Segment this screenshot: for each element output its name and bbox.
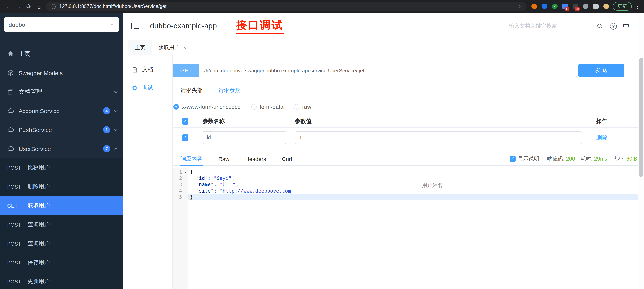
code-line: } [190,194,638,200]
operation-label: 查询用户 [28,240,50,247]
ext-shield-icon[interactable] [541,3,547,9]
ext-gray-icon[interactable] [582,3,588,9]
request-url-input[interactable] [200,64,577,77]
sidebar-item-label: 主页 [18,50,118,58]
nav-item-label: 文档 [142,66,153,73]
close-icon[interactable]: × [183,45,186,50]
help-icon[interactable]: ? [610,23,617,30]
models-icon [7,69,14,76]
sidebar-item-docs-manage[interactable]: 文档管理 [0,82,123,101]
docs-icon [7,88,14,95]
sidebar-item-label: UserService [18,145,103,152]
radio-label: raw [302,103,311,110]
ext-green-check-icon[interactable]: ✓ [552,3,558,9]
tab-req-headers[interactable]: 请求头部 [172,83,210,98]
radio-urlencoded[interactable]: x-www-form-urlencoded [173,103,241,110]
radio-circle[interactable] [251,104,256,109]
profile-avatar[interactable] [603,3,609,9]
chevron-up-icon [113,146,118,151]
page-scrollbar[interactable] [638,13,644,289]
count-badge: 4 [103,107,110,114]
nav-item-doc[interactable]: 文档 [123,61,172,79]
home-icon[interactable]: ⌂ [34,1,44,12]
body-type-radios: x-www-form-urlencodedform-dataraw [172,103,638,110]
scrollbar-thumb[interactable] [639,58,643,177]
radio-label: x-www-form-urlencoded [182,103,241,110]
ext-off-icon[interactable]: off [572,3,578,9]
select-all-checkbox[interactable]: ✓ [182,118,188,124]
param-name-input[interactable] [202,131,286,144]
sidebar-item-swagger-models[interactable]: Swagger Models [0,63,123,82]
http-method-label: POST [7,222,28,227]
address-bar[interactable]: i 127.0.0.1:8077/doc.html#/dubbo/UserSer… [46,2,526,11]
param-row: ✓删除 [172,128,638,147]
sidebar-item-user-service[interactable]: UserService7 [0,139,123,158]
code-area[interactable]: { "id": "Sayi", "name": "卅一", "site": "h… [188,168,638,289]
operation-save-user[interactable]: POST保存用户 [0,253,123,272]
sidebar: dubbo 主页Swagger Models文档管理AccountService… [0,13,123,289]
content-row: 文档调试 GET 发 送 请求头部请求参数 x-www-form-urlenco… [123,55,638,289]
browser-menu-icon[interactable]: ⋮ [635,3,640,9]
menu-fold-icon[interactable] [131,22,140,30]
response-tab-body[interactable]: 响应内容 [172,152,210,165]
nav-item-debug[interactable]: 调试 [123,79,172,97]
text-cursor [193,194,193,200]
sidebar-item-label: AccountService [18,107,103,114]
response-editor[interactable]: 1▾2345 { "id": "Sayi", "name": "卅一", "si… [172,168,638,289]
tab-label: 主页 [135,44,145,51]
ext-blue-badge-icon[interactable]: 11 [562,3,568,9]
radio-circle[interactable] [294,104,299,109]
tab-get-user[interactable]: 获取用户× [152,40,193,55]
radio-form-data[interactable]: form-data [251,103,283,110]
operation-query-user-1[interactable]: POST查询用户 [0,215,123,234]
send-button[interactable]: 发 送 [578,64,624,77]
sidebar-item-home[interactable]: 主页 [0,44,123,63]
ext-orange-icon[interactable] [531,3,537,9]
operation-label: 更新用户 [28,278,50,285]
search-icon[interactable] [596,22,604,30]
operation-query-user-2[interactable]: POST查询用户 [0,234,123,253]
site-info-icon[interactable]: i [50,4,56,9]
extensions-puzzle-icon[interactable] [593,3,598,9]
service-icon [7,126,14,133]
doc-search[interactable] [509,20,590,32]
fold-caret-icon[interactable]: ▾ [184,169,187,176]
param-value-input[interactable] [295,131,582,144]
row-checkbox[interactable]: ✓ [182,134,188,141]
method-button[interactable]: GET [172,64,200,77]
tab-home[interactable]: 主页 [128,40,152,55]
api-group-select[interactable]: dubbo [4,18,119,32]
show-desc-checkbox[interactable]: ✓ [510,156,516,162]
response-tab-curl[interactable]: Curl [274,152,300,165]
radio-raw[interactable]: raw [294,103,311,110]
debug-icon [132,85,138,91]
back-icon[interactable]: ← [3,1,14,12]
request-line: GET 发 送 [172,64,624,77]
sidebar-item-push-service[interactable]: PushService1 [0,120,123,139]
operation-update-user[interactable]: POST更新用户 [0,272,123,289]
params-table-header: ✓ 参数名称 参数值 操作 [172,115,638,128]
extension-icons: ✓ 11 off [531,3,609,9]
bookmark-star-icon[interactable]: ☆ [517,3,522,10]
url-text[interactable]: 127.0.0.1:8077/doc.html#/dubbo/UserServi… [59,4,166,9]
search-input[interactable] [509,23,590,29]
code-line: "id": "Sayi", [190,175,638,181]
count-badge: 7 [103,145,110,152]
response-tab-raw[interactable]: Raw [210,152,237,165]
reload-icon[interactable]: ⟳ [24,1,34,12]
sidebar-item-account-service[interactable]: AccountService4 [0,101,123,120]
language-icon[interactable]: 中 [623,22,630,30]
radio-circle[interactable] [173,104,179,109]
forward-icon[interactable]: → [14,1,24,12]
response-meta: ✓ 显示说明 响应码: 200耗时: 29ms大小: 60 B [510,155,637,162]
annotation-text: 接口调试 [236,18,284,34]
chrome-update-button[interactable]: 更新 [613,2,632,11]
delete-row-link[interactable]: 删除 [596,134,607,140]
operation-get-user[interactable]: GET获取用户 [0,196,123,215]
api-group-value: dubbo [9,21,25,28]
operation-delete-user[interactable]: POST删除用户 [0,177,123,196]
tab-req-params[interactable]: 请求参数 [210,83,248,98]
chevron-down-icon [109,21,114,28]
operation-compare-user[interactable]: POST比较用户 [0,158,123,177]
response-tab-headers[interactable]: Headers [237,152,274,165]
